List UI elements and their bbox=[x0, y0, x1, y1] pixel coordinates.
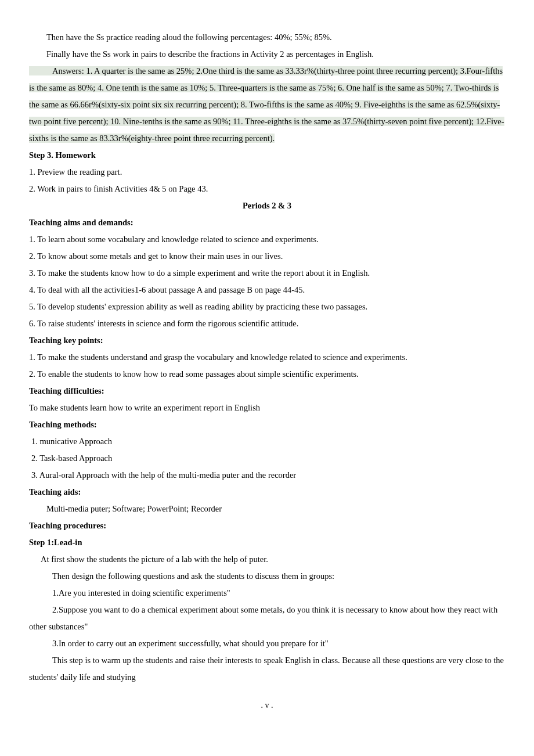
body-text: Then design the following questions and … bbox=[52, 568, 505, 585]
body-text: Multi-media puter; Software; PowerPoint;… bbox=[46, 501, 505, 517]
section-title: Periods 2 & 3 bbox=[29, 197, 505, 214]
list-item: 2. Work in pairs to finish Activities 4&… bbox=[29, 181, 505, 197]
section-heading: Teaching key points: bbox=[29, 332, 505, 349]
answers-block: Answers: 1. A quarter is the same as 25%… bbox=[29, 63, 505, 147]
list-item: 3.In order to carry out an experiment su… bbox=[52, 635, 505, 652]
list-item: 1. Preview the reading part. bbox=[29, 164, 505, 181]
body-text: Then have the Ss practice reading aloud … bbox=[46, 29, 505, 46]
list-item: 2. To know about some metals and get to … bbox=[29, 248, 505, 265]
list-item: 3. To make the students know how to do a… bbox=[29, 265, 505, 282]
list-item: 2.Suppose you want to do a chemical expe… bbox=[29, 602, 505, 635]
body-text: To make students learn how to write an e… bbox=[29, 399, 505, 416]
list-item: 2. Task-based Approach bbox=[31, 450, 505, 467]
list-item: 5. To develop students' expression abili… bbox=[29, 298, 505, 315]
list-item: 1.Are you interested in doing scientific… bbox=[52, 585, 505, 602]
list-item: 1. To make the students understand and g… bbox=[29, 349, 505, 366]
body-text: At first show the students the picture o… bbox=[41, 551, 505, 568]
highlighted-text: Answers: 1. A quarter is the same as 25%… bbox=[29, 66, 504, 143]
list-item: 3. Aural-oral Approach with the help of … bbox=[31, 467, 505, 484]
page-footer: . v . bbox=[29, 697, 505, 714]
section-heading: Teaching procedures: bbox=[29, 517, 505, 534]
list-item: 1. To learn about some vocabulary and kn… bbox=[29, 231, 505, 248]
section-heading: Teaching methods: bbox=[29, 416, 505, 433]
section-heading: Teaching difficulties: bbox=[29, 383, 505, 399]
list-item: 6. To raise students' interests in scien… bbox=[29, 315, 505, 332]
list-item: 1. municative Approach bbox=[31, 433, 505, 450]
section-heading: Teaching aims and demands: bbox=[29, 214, 505, 231]
list-item: 2. To enable the students to know how to… bbox=[29, 366, 505, 383]
body-text: This step is to warm up the students and… bbox=[29, 652, 505, 686]
list-item: 4. To deal with all the activities1-6 ab… bbox=[29, 282, 505, 298]
step-heading: Step 1:Lead-in bbox=[29, 534, 505, 551]
body-text: Finally have the Ss work in pairs to des… bbox=[46, 46, 505, 63]
section-heading: Teaching aids: bbox=[29, 484, 505, 501]
section-heading: Step 3. Homework bbox=[29, 147, 505, 164]
